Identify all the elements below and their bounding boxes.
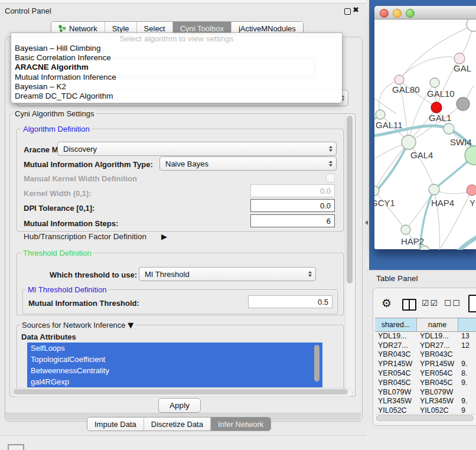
network-node[interactable] <box>431 102 442 113</box>
table-cell: 8. <box>458 369 476 377</box>
network-node[interactable] <box>376 110 385 119</box>
table-cell: YER054C <box>417 369 458 377</box>
settings-hscrollbar-thumb[interactable] <box>14 389 348 394</box>
window-grip[interactable] <box>8 444 24 450</box>
table-cell: YBL079W <box>375 388 417 396</box>
which-threshold-label: Which threshold to use: <box>50 270 137 279</box>
splitter-collapse-icon[interactable] <box>363 220 368 225</box>
manual-kernel-checkbox[interactable] <box>326 174 335 182</box>
mi-type-label: Mutual Information Algorithm Type: <box>24 160 153 169</box>
document-icon[interactable] <box>468 295 476 312</box>
algorithm-option[interactable]: Mutual Information Inference <box>11 73 342 82</box>
table-row[interactable]: YLR345WYLR345W9. <box>375 397 476 406</box>
algorithm-option[interactable]: Basic Correlation Inference <box>11 53 342 63</box>
network-node[interactable] <box>429 184 439 195</box>
table-row[interactable]: YDL19...YDL19...13 <box>375 331 476 341</box>
network-node[interactable] <box>444 123 454 134</box>
table-cell: YDR27... <box>417 341 458 350</box>
close-icon[interactable]: ✖ <box>353 5 359 14</box>
node-label: GAL4 <box>410 150 433 160</box>
which-threshold-combo[interactable]: MI Threshold <box>139 267 316 281</box>
table-cell: 9. <box>458 397 476 405</box>
close-traffic-light-icon[interactable] <box>380 9 389 18</box>
network-thick-edges <box>374 115 476 250</box>
tab-infer-network[interactable]: Infer Network <box>211 418 270 431</box>
table-cell: YDL19... <box>417 332 458 340</box>
node-label: GAL80 <box>392 84 420 94</box>
split-columns-icon[interactable] <box>402 299 416 311</box>
table-row[interactable]: YER054CYER054C8. <box>375 369 476 378</box>
control-panel-title: Control Panel <box>5 6 51 15</box>
list-item[interactable]: BetweennessCentrality <box>27 365 322 376</box>
table-row[interactable]: YPR145WYPR145W9. <box>375 359 476 369</box>
divider <box>0 435 366 436</box>
network-view-window[interactable]: GALGAL80GAL10GAL1GAL11SWI4GAL4GCY1HAP4YH… <box>374 6 476 249</box>
table-row[interactable]: YDR27...YDR27...12 <box>375 341 476 350</box>
select-all-checkboxes-icon[interactable]: ☑☑ <box>422 298 439 308</box>
table-row[interactable]: YIL052CYIL052C9 <box>375 406 476 413</box>
tab-impute-data[interactable]: Impute Data <box>87 418 144 431</box>
float-window-icon[interactable] <box>344 8 351 15</box>
dpi-tolerance-field[interactable]: 0.0 <box>250 199 335 212</box>
tab-discretize-data[interactable]: Discretize Data <box>144 418 211 431</box>
settings-vscrollbar-thumb[interactable] <box>347 116 353 283</box>
table-row[interactable]: YBL079WYBL079W <box>375 387 476 397</box>
aracne-mode-combo[interactable]: Discovery <box>57 142 337 156</box>
network-node[interactable] <box>454 53 465 64</box>
column-header-name[interactable]: name <box>417 318 458 331</box>
kernel-width-label: Kernel Width (0,1): <box>24 189 92 198</box>
network-node[interactable] <box>420 246 429 250</box>
table-settings-gear-icon[interactable]: ⚙ <box>382 296 392 309</box>
tab-network-label: Network <box>69 24 97 33</box>
table-panel-title: Table Panel <box>376 274 418 283</box>
data-attributes-list[interactable]: SelfLoopsTopologicalCoefficientBetweenne… <box>27 343 322 387</box>
network-node[interactable] <box>401 225 410 234</box>
network-graph[interactable]: GALGAL80GAL10GAL1GAL11SWI4GAL4GCY1HAP4YH… <box>374 19 476 250</box>
network-node[interactable] <box>395 75 404 84</box>
expand-arrow-icon[interactable]: ▶ <box>161 232 167 241</box>
table-hscrollbar-thumb[interactable] <box>376 415 474 421</box>
algorithm-option[interactable]: Dream8 DC_TDC Algorithm <box>11 92 342 101</box>
mi-threshold-group-title: MI Threshold Definition <box>26 285 108 294</box>
control-panel-window: Control Panel ✖ Network Style Select Cyn… <box>0 0 366 436</box>
column-header-shared-name[interactable]: shared... <box>375 318 417 331</box>
algorithm-option[interactable]: Bayesian – Hill Climbing <box>11 44 342 53</box>
list-item[interactable]: TopologicalCoefficient <box>27 354 322 365</box>
table-row[interactable]: YBR043CYBR043C <box>375 350 476 360</box>
column-header-clipped[interactable] <box>458 318 476 331</box>
table-cell: YDL19... <box>375 332 417 340</box>
deselect-checkboxes-icon[interactable]: ☐☐ <box>444 298 461 308</box>
algorithm-dropdown-popup: Select algorithm to view settings Bayesi… <box>11 32 343 103</box>
kernel-width-field[interactable]: 0.0 <box>250 184 335 197</box>
table-cell: YBR043C <box>375 350 417 358</box>
zoom-traffic-light-icon[interactable] <box>406 9 415 18</box>
dpi-tolerance-value: 0.0 <box>320 201 331 210</box>
algorithm-option[interactable]: Bayesian – K2 <box>11 82 342 92</box>
list-item[interactable]: gal4RGexp <box>27 376 322 387</box>
network-window-titlebar[interactable] <box>374 6 476 19</box>
list-item[interactable]: SelfLoops <box>27 343 322 354</box>
mi-steps-field[interactable]: 6 <box>250 214 335 227</box>
network-node[interactable] <box>430 78 439 87</box>
table-cell: YIL052C <box>375 406 417 413</box>
mi-threshold-field[interactable]: 0.5 <box>248 295 332 308</box>
network-node[interactable] <box>467 19 476 31</box>
node-label: GAL <box>454 63 471 73</box>
network-node[interactable] <box>457 97 470 110</box>
network-node[interactable] <box>402 135 416 149</box>
attributes-list-scrollbar-thumb[interactable] <box>314 345 319 381</box>
combo-stepper-icon <box>329 142 332 155</box>
apply-button[interactable]: Apply <box>158 398 201 413</box>
tab-cyni-toolbox-label: Cyni Toolbox <box>180 24 224 33</box>
network-node[interactable] <box>467 185 476 195</box>
which-threshold-value: MI Threshold <box>145 270 190 279</box>
tab-select-label: Select <box>144 24 165 33</box>
minimize-traffic-light-icon[interactable] <box>393 9 402 18</box>
algorithm-option[interactable]: ARACNE Algorithm <box>11 63 342 72</box>
collapse-arrow-icon[interactable]: ▼ <box>128 321 133 330</box>
table-row[interactable]: YBR045CYBR045C9. <box>375 378 476 387</box>
node-label: GAL10 <box>427 89 455 99</box>
mi-type-combo[interactable]: Naive Bayes <box>159 156 337 171</box>
table-cell: YDR27... <box>375 341 417 350</box>
algorithm-definition-title: Algorithm Definition <box>21 125 92 133</box>
